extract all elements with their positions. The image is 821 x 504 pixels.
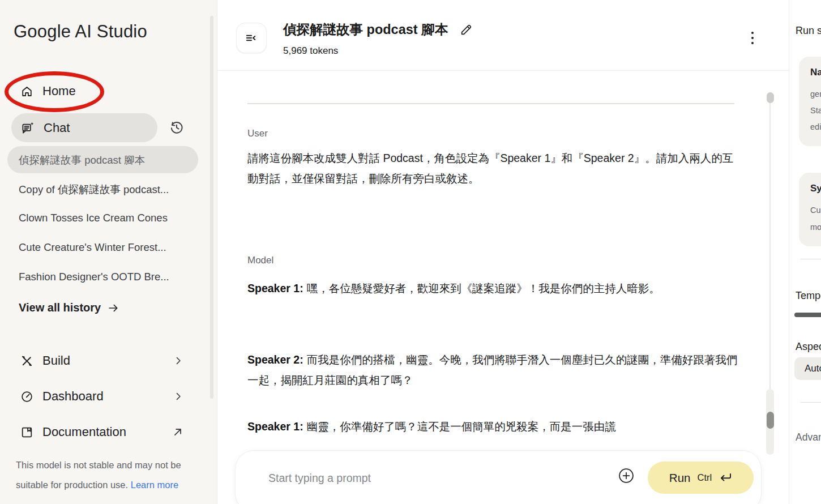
chat-icon — [20, 121, 35, 135]
dashboard-icon — [20, 390, 34, 404]
enter-key-icon — [719, 472, 732, 484]
sidebar-item-label: Documentation — [42, 425, 126, 439]
speaker-text: 而我是你們的搭檔，幽靈。今晚，我們將聯手潛入一個塵封已久的謎團，準備好跟著我們一… — [247, 353, 737, 386]
settings-divider — [801, 402, 821, 403]
header-divider — [218, 70, 789, 71]
model-message-paragraph: Speaker 2:而我是你們的搭檔，幽靈。今晚，我們將聯手潛入一個塵封已久的謎… — [247, 350, 738, 390]
user-turn-label: User — [247, 128, 268, 139]
arrow-right-icon — [106, 302, 120, 314]
history-item[interactable]: Copy of 偵探解謎故事 podcast... — [19, 182, 169, 197]
aspect-ratio-value: Auto — [805, 363, 821, 374]
settings-divider — [801, 259, 821, 259]
external-link-icon — [172, 426, 184, 438]
run-settings-panel: Run settings Nano Banana gemini-2.5-flas… — [789, 0, 821, 504]
model-description-line: State-of-the-art image generation and — [810, 106, 821, 115]
scrollbar-thumb[interactable] — [767, 412, 774, 429]
aspect-ratio-label: Aspect ratio — [796, 341, 821, 353]
model-disclaimer: This model is not stable and may not be … — [16, 455, 181, 495]
history-item[interactable]: Clown Tosses Ice Cream Cones — [19, 212, 168, 224]
sidebar: Google AI Studio Home Chat 偵探解謎故事 podcas… — [0, 0, 217, 504]
card-description-line: Customize how the — [810, 206, 821, 215]
chevron-right-icon — [173, 355, 184, 366]
run-button[interactable]: Run Ctrl — [648, 462, 754, 494]
run-shortcut-label: Ctrl — [697, 472, 712, 483]
speaker-label: Speaker 1: — [247, 420, 303, 433]
sidebar-item-documentation[interactable]: Documentation — [20, 425, 184, 439]
card-description-line: model responds — [810, 223, 821, 232]
model-name: Nano Banana — [810, 67, 821, 78]
prompt-composer: Run Ctrl — [235, 450, 762, 504]
history-item[interactable]: Fashion Designer's OOTD Bre... — [19, 271, 169, 283]
model-message-paragraph: Speaker 1:幽靈，你準備好了嗎？這不是一個簡單的兇殺案，而是一張由謊 — [247, 417, 777, 437]
documentation-icon — [20, 425, 34, 439]
scrubber-track-line — [769, 103, 771, 389]
page-title: 偵探解謎故事 podcast 腳本 — [283, 20, 448, 39]
main-content: 偵探解謎故事 podcast 腳本 5,969 tokens User 請將這份… — [218, 0, 789, 504]
card-title: System instructions — [810, 183, 821, 194]
model-selector-card[interactable]: Nano Banana gemini-2.5-flash-image-previ… — [799, 57, 821, 146]
sidebar-item-label: Home — [42, 84, 76, 99]
history-icon[interactable] — [169, 119, 185, 135]
scrubber-top-cap[interactable] — [767, 92, 774, 103]
token-count: 5,969 tokens — [283, 45, 338, 57]
transcript-divider — [247, 103, 734, 104]
sidebar-item-build[interactable]: Build — [20, 353, 184, 368]
edit-title-pencil-icon[interactable] — [459, 23, 473, 37]
sidebar-item-label: Chat — [44, 121, 70, 135]
speaker-label: Speaker 2: — [247, 353, 303, 366]
app-logo[interactable]: Google AI Studio — [14, 22, 147, 42]
chevron-right-icon — [173, 391, 184, 402]
prompt-input[interactable] — [268, 467, 597, 489]
model-turn-label: Model — [247, 255, 273, 266]
sidebar-item-home[interactable]: Home — [20, 84, 76, 99]
advanced-settings-toggle[interactable]: Advanced settings — [796, 432, 821, 443]
home-icon — [20, 84, 34, 99]
user-message: 請將這份腳本改成雙人對話 Podcast，角色設定為『Speaker 1』和『S… — [247, 148, 738, 189]
speaker-label: Speaker 1: — [247, 282, 303, 294]
sidebar-item-chat[interactable]: Chat — [11, 113, 157, 142]
sidebar-item-label: Build — [42, 353, 70, 368]
learn-more-link[interactable]: Learn more — [131, 480, 178, 490]
sidebar-item-dashboard[interactable]: Dashboard — [20, 389, 184, 404]
temperature-label: Temperature — [796, 290, 821, 302]
run-settings-title: Run settings — [796, 25, 821, 37]
collapse-sidebar-button[interactable] — [236, 23, 267, 53]
model-id: gemini-2.5-flash-image-preview — [810, 89, 821, 99]
sidebar-item-label: Dashboard — [42, 389, 104, 404]
add-attachment-button[interactable] — [618, 468, 634, 484]
model-message-paragraph: Speaker 1:嘿，各位懸疑愛好者，歡迎來到《謎案追蹤》！我是你們的主持人暗… — [247, 279, 738, 299]
speaker-text: 幽靈，你準備好了嗎？這不是一個簡單的兇殺案，而是一張由謊 — [307, 420, 616, 433]
run-button-label: Run — [669, 471, 691, 485]
more-options-button[interactable] — [745, 31, 760, 45]
view-all-history-label: View all history — [19, 301, 101, 314]
history-item[interactable]: Cute Creature's Winter Forest... — [19, 241, 166, 254]
history-item-selected[interactable]: 偵探解謎故事 podcast 腳本 — [7, 146, 198, 173]
aspect-ratio-dropdown[interactable]: Auto — [794, 357, 821, 380]
sidebar-scrollbar-thumb[interactable] — [210, 16, 213, 399]
system-instructions-card[interactable]: System instructions Customize how the mo… — [799, 173, 821, 246]
view-all-history-link[interactable]: View all history — [19, 301, 120, 314]
build-icon — [20, 354, 34, 368]
speaker-text: 嘿，各位懸疑愛好者，歡迎來到《謎案追蹤》！我是你們的主持人暗影。 — [307, 282, 660, 294]
collapse-panel-icon — [244, 31, 259, 45]
temperature-slider[interactable] — [794, 313, 821, 317]
model-description-line: editing model — [810, 122, 821, 131]
